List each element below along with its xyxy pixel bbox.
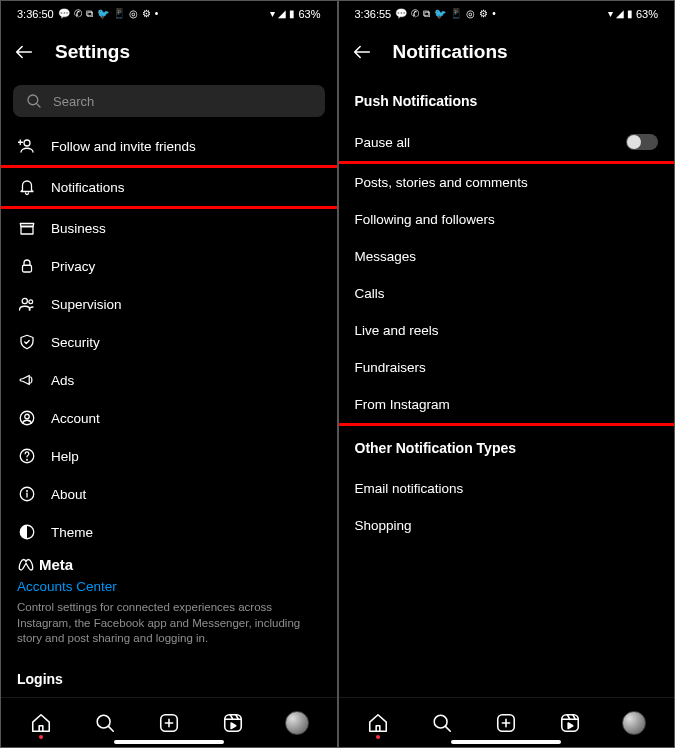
avatar-icon — [285, 711, 309, 735]
item-follow-invite[interactable]: Follow and invite friends — [1, 127, 337, 165]
logins-label: Logins — [17, 661, 321, 695]
item-about[interactable]: About — [1, 475, 337, 513]
item-notifications[interactable]: Notifications — [1, 165, 337, 209]
page-title: Notifications — [393, 41, 508, 63]
item-fundraisers[interactable]: Fundraisers — [339, 349, 675, 386]
back-icon[interactable] — [351, 41, 373, 63]
item-posts-stories[interactable]: Posts, stories and comments — [339, 164, 675, 201]
nav-add[interactable] — [494, 712, 518, 734]
nav-home[interactable] — [29, 712, 53, 734]
meta-logo: Meta — [17, 555, 321, 573]
item-label: Help — [51, 449, 79, 464]
item-shopping[interactable]: Shopping — [339, 507, 675, 544]
item-label: About — [51, 487, 86, 502]
settings-list: Follow and invite friends Notifications … — [1, 123, 337, 697]
add-icon — [158, 712, 180, 734]
search-input[interactable] — [53, 94, 313, 109]
item-business[interactable]: Business — [1, 209, 337, 247]
item-label: Supervision — [51, 297, 122, 312]
nav-profile[interactable] — [285, 711, 309, 735]
status-time: 3:36:50 — [17, 8, 54, 20]
nav-reels[interactable] — [221, 712, 245, 734]
chat-icon: 💬 — [395, 9, 407, 19]
nav-search[interactable] — [93, 712, 117, 734]
screenshot-icon: ⧉ — [423, 9, 430, 19]
item-label: Shopping — [355, 518, 412, 533]
nav-home[interactable] — [366, 712, 390, 734]
theme-icon — [18, 523, 36, 541]
search-box[interactable] — [13, 85, 325, 117]
item-theme[interactable]: Theme — [1, 513, 337, 551]
accounts-center-desc: Control settings for connected experienc… — [17, 600, 321, 661]
wifi-icon: ▾ — [270, 9, 275, 19]
item-label: Privacy — [51, 259, 95, 274]
reels-icon — [559, 712, 581, 734]
item-supervision[interactable]: Supervision — [1, 285, 337, 323]
settings-screen: 3:36:50 💬 ✆ ⧉ 🐦 📱 ◎ ⚙ • ▾ ◢ ▮ 63% Settin… — [0, 0, 338, 748]
item-live-reels[interactable]: Live and reels — [339, 312, 675, 349]
notifications-screen: 3:36:55 💬 ✆ ⧉ 🐦 📱 ◎ ⚙ • ▾ ◢ ▮ 63% Notifi… — [338, 0, 676, 748]
add-user-icon — [18, 137, 36, 155]
item-calls[interactable]: Calls — [339, 275, 675, 312]
instagram-icon: ◎ — [466, 9, 475, 19]
phone-icon: 📱 — [113, 9, 125, 19]
notifications-header: Notifications — [339, 27, 675, 85]
phone-icon: 📱 — [450, 9, 462, 19]
twitter-icon: 🐦 — [434, 9, 446, 19]
search-icon — [25, 92, 43, 110]
push-header: Push Notifications — [339, 89, 675, 123]
other-header: Other Notification Types — [339, 426, 675, 470]
help-icon — [18, 447, 36, 465]
search-icon — [94, 712, 116, 734]
item-label: Live and reels — [355, 323, 439, 338]
nav-reels[interactable] — [558, 712, 582, 734]
signal-icon: ◢ — [616, 9, 624, 19]
item-from-instagram[interactable]: From Instagram — [339, 386, 675, 423]
back-icon[interactable] — [13, 41, 35, 63]
accounts-center-link[interactable]: Accounts Center — [17, 573, 321, 600]
whatsapp-icon: ✆ — [74, 9, 82, 19]
bell-icon — [18, 178, 36, 196]
avatar-icon — [622, 711, 646, 735]
reels-icon — [222, 712, 244, 734]
svg-point-10 — [27, 491, 28, 492]
item-account[interactable]: Account — [1, 399, 337, 437]
item-label: Security — [51, 335, 100, 350]
pause-all-toggle[interactable] — [626, 134, 658, 150]
more-icon: • — [492, 9, 496, 19]
shield-icon — [18, 333, 36, 351]
svg-point-1 — [24, 140, 30, 146]
svg-point-3 — [22, 298, 27, 303]
more-icon: • — [155, 9, 159, 19]
nav-add[interactable] — [157, 712, 181, 734]
item-label: Pause all — [355, 135, 411, 150]
push-items-group: Posts, stories and comments Following an… — [339, 161, 675, 426]
item-pause-all[interactable]: Pause all — [339, 123, 675, 161]
screenshot-icon: ⧉ — [86, 9, 93, 19]
store-icon — [18, 219, 36, 237]
svg-rect-14 — [224, 714, 241, 731]
home-indicator — [114, 740, 224, 744]
item-security[interactable]: Security — [1, 323, 337, 361]
item-email[interactable]: Email notifications — [339, 470, 675, 507]
item-help[interactable]: Help — [1, 437, 337, 475]
item-privacy[interactable]: Privacy — [1, 247, 337, 285]
wifi-icon: ▾ — [608, 9, 613, 19]
home-icon — [367, 712, 389, 734]
twitter-icon: 🐦 — [97, 9, 109, 19]
item-label: Follow and invite friends — [51, 139, 196, 154]
meta-section: Meta Accounts Center Control settings fo… — [1, 551, 337, 697]
item-label: Theme — [51, 525, 93, 540]
item-ads[interactable]: Ads — [1, 361, 337, 399]
svg-point-8 — [27, 459, 28, 460]
item-following[interactable]: Following and followers — [339, 201, 675, 238]
notification-dot — [39, 735, 43, 739]
lock-icon — [18, 257, 36, 275]
item-label: Ads — [51, 373, 74, 388]
item-messages[interactable]: Messages — [339, 238, 675, 275]
nav-search[interactable] — [430, 712, 454, 734]
nav-profile[interactable] — [622, 711, 646, 735]
home-indicator — [451, 740, 561, 744]
settings-header: Settings — [1, 27, 337, 85]
settings-status-icon: ⚙ — [479, 9, 488, 19]
